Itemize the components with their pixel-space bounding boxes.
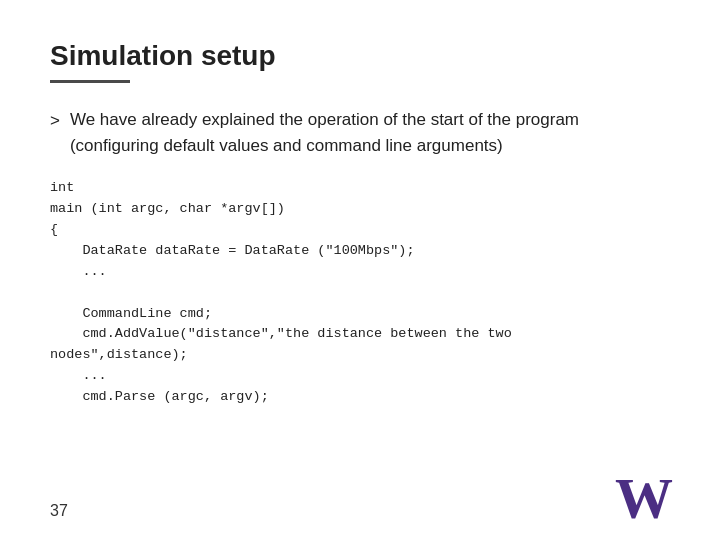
page-number: 37 — [50, 502, 68, 520]
code-line: CommandLine cmd; — [50, 304, 670, 325]
code-line: DataRate dataRate = DataRate ("100Mbps")… — [50, 241, 670, 262]
code-line: cmd.Parse (argc, argv); — [50, 387, 670, 408]
code-line: int — [50, 178, 670, 199]
bullet-arrow: > — [50, 108, 60, 134]
bullet-text: We have already explained the operation … — [70, 107, 670, 158]
code-block: int main (int argc, char *argv[]) { Data… — [50, 178, 670, 408]
code-line — [50, 283, 670, 304]
code-line: { — [50, 220, 670, 241]
slide-title: Simulation setup — [50, 40, 670, 72]
code-line: cmd.AddValue("distance","the distance be… — [50, 324, 670, 345]
slide: Simulation setup > We have already expla… — [0, 0, 720, 540]
uw-logo: W — [615, 470, 675, 525]
bullet-point: > We have already explained the operatio… — [50, 107, 670, 158]
uw-w-letter: W — [615, 466, 671, 531]
code-line: nodes",distance); — [50, 345, 670, 366]
title-divider — [50, 80, 130, 83]
code-line: ... — [50, 366, 670, 387]
code-line: main (int argc, char *argv[]) — [50, 199, 670, 220]
code-line: ... — [50, 262, 670, 283]
